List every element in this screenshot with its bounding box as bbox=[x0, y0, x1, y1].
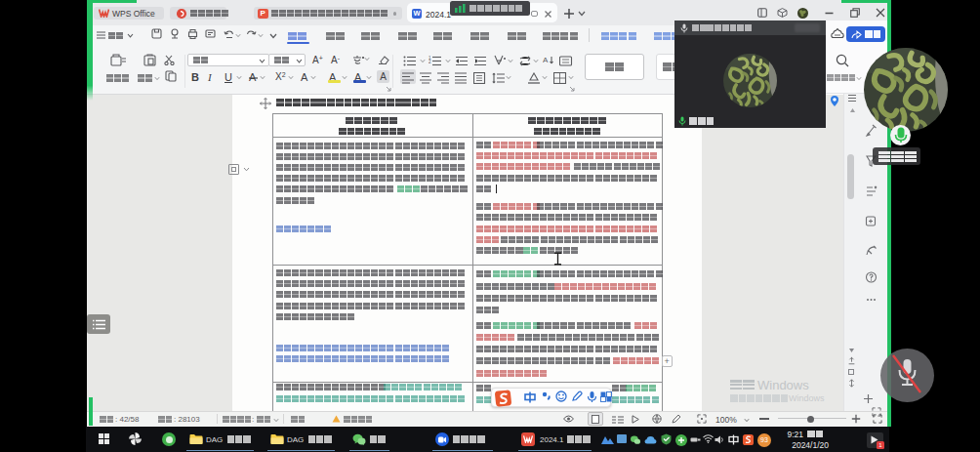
svg-text:A: A bbox=[543, 56, 549, 64]
svg-text:2: 2 bbox=[429, 60, 431, 64]
